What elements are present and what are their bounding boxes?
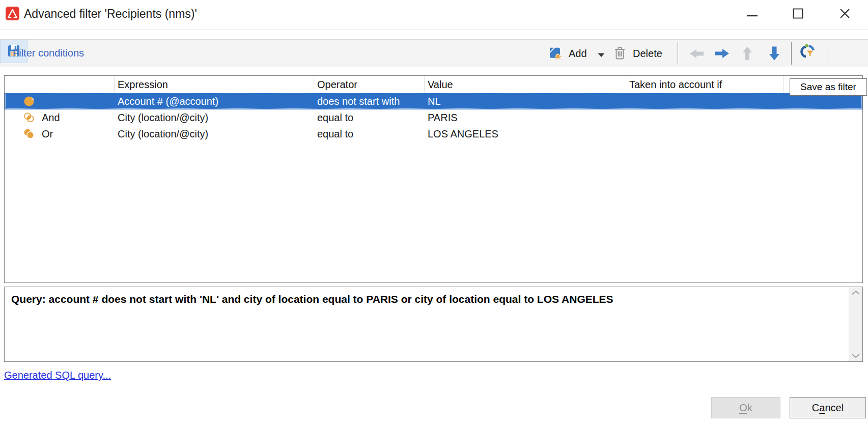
move-down-button[interactable] bbox=[768, 45, 781, 63]
minimize-icon bbox=[747, 11, 758, 18]
table-header-row: Expression Operator Value Taken into acc… bbox=[5, 76, 862, 93]
conjunction-label: Or bbox=[42, 128, 53, 140]
value-cell: LOS ANGELES bbox=[425, 126, 626, 142]
preview-distribution-button[interactable] bbox=[800, 44, 816, 60]
expression-cell: City (location/@city) bbox=[115, 126, 314, 142]
taken-into-account-cell bbox=[626, 126, 784, 142]
advanced-filter-dialog: Advanced filter 'Recipients (nms)' Filte… bbox=[0, 0, 868, 424]
add-button-label: Add bbox=[569, 48, 587, 60]
toolbar-divider bbox=[791, 42, 792, 65]
close-button[interactable] bbox=[830, 3, 859, 25]
scroll-down-icon bbox=[851, 352, 860, 360]
trash-icon bbox=[613, 46, 626, 62]
table-row[interactable]: Account # (@account) does not start with… bbox=[5, 93, 862, 109]
scroll-down-button[interactable] bbox=[849, 350, 862, 361]
toolbar-divider bbox=[678, 42, 678, 65]
preview-distribution-icon bbox=[800, 44, 816, 60]
taken-into-account-cell bbox=[626, 109, 784, 126]
add-icon bbox=[548, 46, 562, 61]
expression-cell: City (location/@city) bbox=[115, 109, 314, 126]
generated-sql-query-link[interactable]: Generated SQL query... bbox=[4, 370, 111, 381]
window-title: Advanced filter 'Recipients (nms)' bbox=[24, 7, 197, 21]
conjunction-label: And bbox=[42, 112, 60, 124]
filter-conditions-table: Expression Operator Value Taken into acc… bbox=[4, 75, 863, 283]
operator-cell: does not start with bbox=[314, 93, 425, 109]
move-up-icon bbox=[741, 45, 753, 63]
column-header-taken-into-account-if[interactable]: Taken into account if bbox=[626, 76, 784, 93]
delete-button[interactable]: Delete bbox=[613, 40, 662, 67]
minimize-button[interactable] bbox=[737, 3, 767, 25]
delete-button-label: Delete bbox=[633, 48, 662, 60]
move-left-icon bbox=[688, 48, 705, 61]
query-summary-text: Query: account # does not start with 'NL… bbox=[11, 293, 840, 305]
titlebar: Advanced filter 'Recipients (nms)' bbox=[0, 0, 868, 30]
move-right-button[interactable] bbox=[714, 47, 731, 61]
taken-into-account-cell bbox=[626, 93, 784, 109]
expression-cell: Account # (@account) bbox=[115, 93, 314, 109]
close-icon bbox=[839, 8, 850, 20]
adobe-logo bbox=[6, 7, 19, 20]
column-header-expression[interactable]: Expression bbox=[115, 76, 314, 93]
move-right-icon bbox=[714, 47, 731, 61]
operator-cell: equal to bbox=[314, 126, 425, 142]
save-as-filter-tooltip: Save as filter bbox=[790, 78, 867, 96]
add-button[interactable]: Add bbox=[548, 40, 587, 67]
ok-button[interactable]: Ok bbox=[711, 397, 780, 418]
value-cell: PARIS bbox=[425, 109, 626, 126]
column-header-value[interactable]: Value bbox=[425, 76, 626, 93]
move-down-icon bbox=[768, 45, 781, 63]
column-header-conjunction[interactable] bbox=[5, 76, 115, 93]
section-label: Filter conditions bbox=[13, 47, 84, 59]
cancel-button[interactable]: Cancel bbox=[790, 397, 866, 418]
and-operator-icon bbox=[23, 111, 35, 124]
value-cell: NL bbox=[425, 93, 626, 109]
move-left-button[interactable] bbox=[688, 48, 705, 61]
operator-cell: equal to bbox=[314, 109, 425, 126]
maximize-icon bbox=[793, 8, 803, 20]
filter-toolbar: Filter conditions Add bbox=[0, 39, 868, 67]
or-operator-icon bbox=[23, 128, 35, 140]
table-row[interactable]: And City (location/@city) equal to PARIS bbox=[5, 109, 862, 126]
vertical-scrollbar[interactable] bbox=[849, 287, 862, 361]
scroll-up-icon bbox=[851, 289, 860, 297]
move-up-button[interactable] bbox=[741, 45, 753, 63]
maximize-button[interactable] bbox=[783, 3, 813, 25]
condition-icon bbox=[23, 95, 35, 107]
add-dropdown-button[interactable] bbox=[598, 51, 605, 59]
toolbar-divider bbox=[827, 42, 827, 65]
dropdown-caret-icon bbox=[598, 51, 605, 59]
column-header-operator[interactable]: Operator bbox=[314, 76, 425, 93]
table-row[interactable]: Or City (location/@city) equal to LOS AN… bbox=[5, 126, 862, 142]
query-summary-panel: Query: account # does not start with 'NL… bbox=[4, 287, 863, 362]
scroll-up-button[interactable] bbox=[849, 287, 862, 298]
